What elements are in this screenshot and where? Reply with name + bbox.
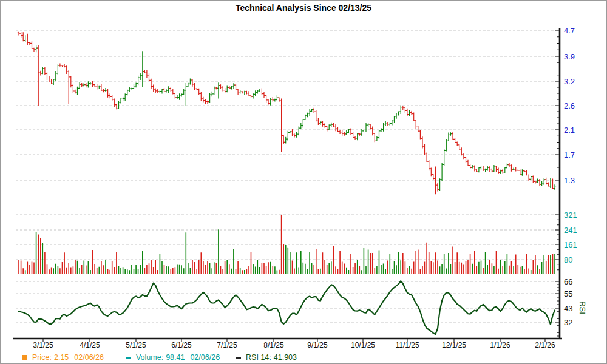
- axis-labels: 4.73.93.22.62.11.71.33212411618066554332…: [33, 26, 587, 350]
- svg-text:RSI: RSI: [578, 301, 587, 314]
- volume-legend: Volume:98.4102/06/26: [136, 353, 220, 362]
- svg-text:10/1/25: 10/1/25: [351, 341, 375, 349]
- svg-text:2.1: 2.1: [564, 126, 575, 135]
- price-legend-label: Price:: [32, 353, 52, 362]
- price-legend-value: 2.15: [54, 353, 69, 362]
- svg-text:1.3: 1.3: [564, 176, 575, 185]
- rsi-line: [19, 281, 555, 334]
- price-ohlc-bars: [18, 32, 556, 195]
- price-legend: Price:2.1502/06/26: [32, 353, 104, 362]
- svg-text:3.9: 3.9: [564, 52, 575, 61]
- volume-legend-value: 98.41: [166, 353, 185, 362]
- svg-text:9/1/25: 9/1/25: [307, 341, 328, 349]
- svg-text:161: 161: [564, 240, 577, 249]
- svg-text:3/1/25: 3/1/25: [33, 341, 53, 349]
- svg-text:2/1/26: 2/1/26: [535, 341, 555, 349]
- svg-text:4.7: 4.7: [564, 26, 575, 35]
- svg-text:11/1/25: 11/1/25: [395, 341, 419, 349]
- volume-legend-date: 02/06/26: [190, 353, 220, 362]
- price-legend-date: 02/06/26: [74, 353, 104, 362]
- svg-text:80: 80: [564, 255, 572, 265]
- svg-text:1.7: 1.7: [564, 150, 575, 160]
- axes: [13, 28, 562, 342]
- svg-text:43: 43: [564, 304, 572, 313]
- svg-text:3.2: 3.2: [564, 77, 575, 86]
- gridlines: [16, 30, 558, 322]
- svg-text:32: 32: [564, 318, 572, 327]
- svg-text:7/1/25: 7/1/25: [217, 341, 237, 349]
- svg-text:241: 241: [564, 226, 577, 235]
- chart-legend: Price:2.1502/06/26 Volume:98.4102/06/26 …: [22, 353, 297, 362]
- svg-text:5/1/25: 5/1/25: [126, 341, 146, 349]
- svg-text:12/1/25: 12/1/25: [442, 341, 466, 349]
- svg-text:55: 55: [564, 289, 572, 298]
- rsi-legend-value: 41.903: [274, 353, 297, 362]
- volume-legend-label: Volume:: [136, 353, 163, 362]
- rsi-legend-label: RSI 14:: [246, 353, 271, 362]
- volume-legend-swatch-icon: [126, 357, 131, 359]
- svg-text:4/1/25: 4/1/25: [80, 341, 100, 349]
- chart-canvas: 4.73.93.22.62.11.71.33212411618066554332…: [1, 1, 607, 364]
- price-legend-swatch-icon: [22, 355, 27, 360]
- volume-bars: [19, 215, 555, 274]
- svg-text:66: 66: [564, 277, 572, 286]
- rsi-legend-swatch-icon: [236, 357, 241, 359]
- svg-text:321: 321: [564, 211, 577, 220]
- svg-text:2.6: 2.6: [564, 101, 575, 110]
- svg-text:8/1/25: 8/1/25: [263, 341, 284, 349]
- svg-text:6/1/25: 6/1/25: [171, 341, 192, 349]
- svg-text:1/1/26: 1/1/26: [490, 341, 510, 349]
- rsi-legend: RSI 14:41.903: [246, 353, 297, 362]
